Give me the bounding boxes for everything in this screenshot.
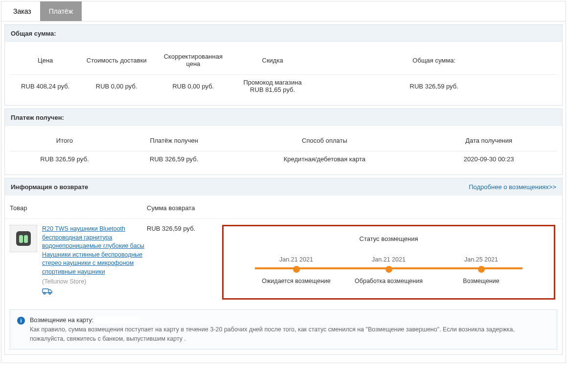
store-name: (Tellunow Store) — [42, 278, 147, 285]
card-mask — [95, 317, 139, 323]
refund-more-link[interactable]: Подробнее о возмещениях>> — [469, 183, 556, 191]
td-rmethod: Кредитная/дебетовая карта — [229, 152, 421, 167]
td-rdate: 2020-09-30 00:23 — [420, 152, 557, 167]
th-discount: Скидка — [234, 50, 311, 75]
total-table: Цена Стоимость доставки Скорректированна… — [10, 50, 557, 97]
td-shipping: RUB 0,00 руб. — [81, 75, 152, 98]
refund-notice: i Возмещение на карту: Как правило, сумм… — [10, 309, 557, 349]
svg-point-1 — [44, 292, 45, 294]
th-rreceived: Платёж получен — [119, 134, 229, 152]
td-rtotal: RUB 326,59 руб. — [10, 152, 119, 167]
timeline-step-1: Jan.21 2021 Ожидается возмещение — [250, 256, 342, 284]
th-price: Цена — [10, 50, 81, 75]
panel-refund: Информация о возврате Подробнее о возмещ… — [4, 178, 563, 355]
tabs: Заказ Платёж — [1, 1, 566, 22]
th-total: Общая сумма: — [311, 50, 557, 75]
timeline-step-3: Jan.25 2021 Возмещение — [435, 256, 527, 284]
th-adjusted: Скорректированная цена — [152, 50, 234, 75]
th-status: Статус возмещения — [235, 235, 542, 242]
th-rdate: Дата получения — [420, 134, 557, 152]
svg-rect-0 — [43, 289, 48, 293]
panel-received: Платеж получен: Итого Платёж получен Спо… — [4, 109, 563, 175]
tab-payment[interactable]: Платёж — [40, 1, 82, 21]
received-table: Итого Платёж получен Способ оплаты Дата … — [10, 134, 557, 167]
notice-card-prefix: Возмещение на карту: — [30, 317, 95, 324]
panel-total-title: Общая сумма: — [5, 25, 562, 42]
panel-total: Общая сумма: Цена Стоимость доставки Ско… — [4, 24, 563, 106]
product-link[interactable]: R20 TWS наушники Bluetooth беспроводная … — [42, 225, 144, 275]
notice-body: Как правило, сумма возмещения поступает … — [30, 325, 550, 344]
th-product: Товар — [10, 204, 147, 212]
refund-status-box: Статус возмещения Jan.21 2021 Ожидается … — [222, 225, 555, 300]
th-shipping: Стоимость доставки — [81, 50, 152, 75]
info-icon: i — [17, 317, 25, 325]
td-total: RUB 326,59 руб. — [311, 75, 557, 98]
timeline-step-2: Jan.21 2021 Обработка возмещения — [342, 256, 435, 284]
th-amount: Сумма возврата — [147, 204, 220, 212]
td-price: RUB 408,24 руб. — [10, 75, 81, 98]
refund-amount: RUB 326,59 руб. — [147, 225, 220, 232]
product-cell: R20 TWS наушники Bluetooth беспроводная … — [10, 225, 147, 297]
td-adjusted: RUB 0,00 руб. — [152, 75, 234, 98]
refund-timeline: Jan.21 2021 Ожидается возмещение Jan.21 … — [250, 256, 527, 284]
th-rtotal: Итого — [10, 134, 119, 152]
panel-received-title: Платеж получен: — [5, 109, 562, 126]
panel-refund-title: Информация о возврате — [11, 183, 88, 191]
td-discount: Промокод магазина RUB 81,65 руб. — [234, 75, 311, 98]
product-thumb[interactable] — [10, 225, 37, 252]
svg-point-2 — [49, 292, 51, 294]
tab-order[interactable]: Заказ — [4, 1, 40, 21]
th-rmethod: Способ оплаты — [229, 134, 421, 152]
truck-icon[interactable] — [42, 288, 147, 297]
td-rreceived: RUB 326,59 руб. — [119, 152, 229, 167]
